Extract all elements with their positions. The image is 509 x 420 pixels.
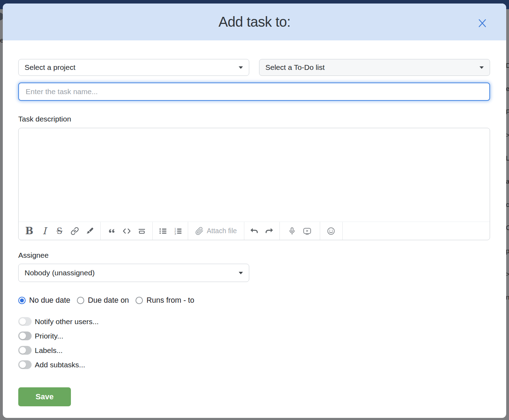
radio-icon: [18, 297, 26, 304]
background-text-sliver: D e P > L a c C p > n: [506, 60, 509, 315]
task-name-input[interactable]: [18, 83, 490, 101]
microphone-icon: [288, 227, 296, 235]
bg-letter: P: [506, 107, 509, 130]
toggle-add-subtasks[interactable]: Add subtasks...: [18, 360, 490, 369]
modal-header: Add task to:: [3, 4, 506, 40]
link-icon: [71, 227, 79, 235]
attach-group: Attach file: [188, 222, 244, 240]
italic-icon: I: [42, 225, 46, 236]
text-style-group: B I S: [19, 222, 101, 240]
brush-icon: [86, 227, 94, 235]
horizontal-rule-button[interactable]: [134, 223, 149, 239]
bg-letter: C: [506, 223, 509, 246]
editor-toolbar: B I S: [19, 222, 490, 240]
selects-row: Select a project Select a To-Do list: [18, 59, 490, 76]
assignee-label: Assignee: [18, 251, 490, 260]
toggle-switch-icon: [18, 360, 32, 369]
description-editor: B I S: [18, 128, 490, 240]
svg-text:3: 3: [174, 232, 176, 235]
code-button[interactable]: [119, 223, 134, 239]
emoji-icon: [326, 227, 336, 236]
bg-letter: e: [506, 84, 509, 107]
assignee-select[interactable]: Nobody (unassigned): [18, 264, 249, 282]
radio-due-date-on[interactable]: Due date on: [77, 296, 129, 305]
project-select[interactable]: Select a project: [18, 59, 249, 76]
list-group: 1 2 3: [153, 222, 188, 240]
radio-label: Due date on: [88, 296, 129, 305]
numbered-list-icon: 1 2 3: [174, 227, 182, 235]
toggle-label: Notify other users...: [35, 317, 99, 326]
strikethrough-icon: S: [57, 226, 62, 236]
undo-icon: [250, 227, 259, 235]
radio-label: Runs from - to: [146, 296, 194, 305]
brush-button[interactable]: [82, 223, 97, 239]
quote-icon: [107, 227, 116, 235]
bold-button[interactable]: B: [22, 223, 37, 239]
bullet-list-icon: [159, 227, 167, 235]
emoji-button[interactable]: [324, 223, 339, 239]
history-group: [244, 222, 280, 240]
radio-runs-from-to[interactable]: Runs from - to: [135, 296, 194, 305]
paperclip-icon: [195, 227, 204, 235]
todo-list-select-value: Select a To-Do list: [265, 63, 480, 72]
toolbar-spacer: [343, 222, 490, 240]
emoji-group: [320, 222, 343, 240]
toggle-notify-other-users[interactable]: Notify other users...: [18, 317, 490, 326]
modal-title: Add task to:: [218, 14, 290, 30]
toggle-priority[interactable]: Priority...: [18, 332, 490, 340]
block-style-group: [101, 222, 153, 240]
quote-button[interactable]: [104, 223, 119, 239]
bg-letter: >: [506, 130, 509, 153]
toggle-switch-icon: [18, 332, 32, 340]
code-icon: [122, 227, 131, 235]
chevron-down-icon: [480, 66, 484, 69]
toggle-label: Add subtasks...: [35, 361, 85, 369]
task-description-label: Task description: [18, 115, 490, 123]
project-select-value: Select a project: [25, 63, 239, 72]
bg-letter: L: [506, 153, 509, 176]
modal-body: Select a project Select a To-Do list Tas…: [3, 59, 506, 406]
radio-icon: [77, 297, 84, 304]
voice-record-button[interactable]: [285, 223, 300, 239]
bg-letter: a: [506, 176, 509, 199]
radio-icon: [135, 297, 143, 304]
close-icon: [477, 18, 488, 28]
attach-file-button[interactable]: Attach file: [195, 227, 237, 235]
radio-no-due-date[interactable]: No due date: [18, 296, 70, 305]
chevron-down-icon: [239, 66, 243, 69]
italic-button[interactable]: I: [37, 223, 52, 239]
bullet-list-button[interactable]: [155, 223, 170, 239]
video-icon: [303, 227, 312, 235]
chevron-down-icon: [239, 272, 243, 274]
save-button[interactable]: Save: [18, 387, 71, 406]
bg-letter: n: [506, 292, 509, 315]
background-text-fragment-left: e: [0, 37, 3, 44]
description-textarea[interactable]: [19, 128, 490, 222]
attach-file-label: Attach file: [207, 227, 237, 235]
bg-letter: >: [506, 269, 509, 292]
media-group: [280, 222, 320, 240]
toggle-switch-icon: [18, 317, 32, 326]
redo-icon: [265, 227, 274, 235]
redo-button[interactable]: [262, 223, 277, 239]
assignee-select-value: Nobody (unassigned): [25, 269, 239, 277]
bg-letter: p: [506, 246, 509, 269]
radio-label: No due date: [29, 296, 70, 305]
options-toggles: Notify other users... Priority... Labels…: [18, 317, 490, 369]
bold-icon: B: [25, 225, 33, 236]
toggle-switch-icon: [18, 346, 32, 355]
video-record-button[interactable]: [300, 223, 315, 239]
undo-button[interactable]: [247, 223, 262, 239]
numbered-list-button[interactable]: 1 2 3: [170, 223, 185, 239]
close-button[interactable]: [475, 15, 490, 31]
toggle-labels[interactable]: Labels...: [18, 346, 490, 355]
link-button[interactable]: [67, 223, 82, 239]
bg-letter: c: [506, 199, 509, 223]
add-task-modal: Add task to: Select a project Select a T…: [3, 4, 506, 418]
toggle-label: Priority...: [35, 332, 63, 340]
strikethrough-button[interactable]: S: [52, 223, 67, 239]
due-date-options: No due date Due date on Runs from - to: [18, 296, 490, 305]
todo-list-select[interactable]: Select a To-Do list: [259, 59, 490, 76]
horizontal-rule-icon: [138, 227, 146, 235]
toggle-label: Labels...: [35, 346, 62, 355]
